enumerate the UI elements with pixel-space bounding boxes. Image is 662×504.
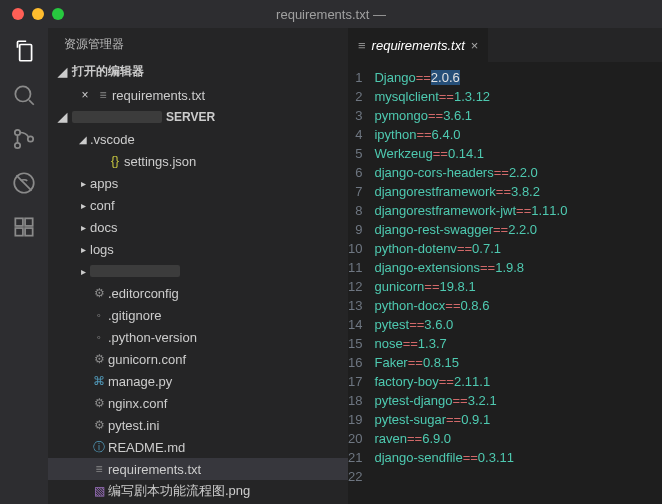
folder-item[interactable]: ▸apps [48,172,348,194]
code-line[interactable]: pymongo==3.6.1 [374,106,567,125]
file-item[interactable]: ⚙pytest.ini [48,414,348,436]
file-item[interactable]: ◦.python-version [48,326,348,348]
file-type-icon: ⚙ [90,352,108,366]
editor-group: ≡ requirements.txt × 1234567891011121314… [348,28,662,504]
window-zoom-button[interactable] [52,8,64,20]
file-item[interactable]: ◦.gitignore [48,304,348,326]
file-type-icon: ⚙ [90,396,108,410]
project-name-obscured [72,111,162,123]
code-area[interactable]: Django==2.0.6mysqlclient==1.3.12pymongo=… [374,62,567,504]
open-editors-section[interactable]: ◢打开的编辑器 [48,59,348,84]
code-line[interactable]: pytest-sugar==0.9.1 [374,410,567,429]
svg-rect-6 [15,228,23,236]
code-line[interactable]: django-sendfile==0.3.11 [374,448,567,467]
code-line[interactable]: djangorestframework-jwt==1.11.0 [374,201,567,220]
folder-item[interactable]: ▸logs [48,238,348,260]
open-editor-item[interactable]: ×≡requirements.txt [48,84,348,106]
folder-item[interactable]: ▸ [48,260,348,282]
editor[interactable]: 12345678910111213141516171819202122 Djan… [348,62,662,504]
folder-item[interactable]: ▸docs [48,216,348,238]
item-label: 编写剧本功能流程图.png [108,482,340,500]
svg-point-3 [28,136,33,141]
code-line[interactable]: Django==2.0.6 [374,68,567,87]
code-line[interactable]: django-cors-headers==2.2.0 [374,163,567,182]
open-editors-label: 打开的编辑器 [72,63,144,80]
code-line[interactable]: python-docx==0.8.6 [374,296,567,315]
line-number: 8 [348,201,362,220]
close-icon[interactable]: × [471,38,479,53]
chevron-icon: ▸ [76,200,90,211]
source-control-icon[interactable] [11,126,37,152]
explorer-title: 资源管理器 [48,28,348,59]
line-number: 9 [348,220,362,239]
code-line[interactable]: factory-boy==2.11.1 [374,372,567,391]
line-number: 21 [348,448,362,467]
explorer-icon[interactable] [11,38,37,64]
item-label: docs [90,220,340,235]
code-line[interactable]: djangorestframework==3.8.2 [374,182,567,201]
item-label: requirements.txt [108,462,340,477]
code-line[interactable]: Werkzeug==0.14.1 [374,144,567,163]
item-label: nginx.conf [108,396,340,411]
file-item[interactable]: ⓘREADME.md [48,436,348,458]
dirty-icon: × [76,88,94,102]
line-number: 10 [348,239,362,258]
chevron-icon: ▸ [76,178,90,189]
line-number: 18 [348,391,362,410]
code-line[interactable] [374,467,567,486]
tab-requirements[interactable]: ≡ requirements.txt × [348,28,489,62]
file-item[interactable]: ⌘manage.py [48,370,348,392]
code-line[interactable]: python-dotenv==0.7.1 [374,239,567,258]
file-item[interactable]: ⚙gunicorn.conf [48,348,348,370]
file-item[interactable]: ≡requirements.txt [48,458,348,480]
code-line[interactable]: mysqlclient==1.3.12 [374,87,567,106]
code-line[interactable]: gunicorn==19.8.1 [374,277,567,296]
extensions-icon[interactable] [11,214,37,240]
file-type-icon: {} [106,154,124,168]
code-line[interactable]: pytest-django==3.2.1 [374,391,567,410]
project-suffix: SERVER [166,110,215,124]
item-label: apps [90,176,340,191]
item-label: pytest.ini [108,418,340,433]
line-number: 17 [348,372,362,391]
line-number: 11 [348,258,362,277]
chevron-icon: ◢ [76,134,90,145]
item-label: conf [90,198,340,213]
file-item[interactable]: {}settings.json [48,150,348,172]
code-line[interactable]: ipython==6.4.0 [374,125,567,144]
file-type-icon: ▧ [90,484,108,498]
folder-item[interactable]: ▸conf [48,194,348,216]
code-line[interactable]: django-extensions==1.9.8 [374,258,567,277]
line-number: 4 [348,125,362,144]
code-line[interactable]: raven==6.9.0 [374,429,567,448]
tab-bar: ≡ requirements.txt × [348,28,662,62]
item-label: .python-version [108,330,340,345]
search-icon[interactable] [11,82,37,108]
svg-rect-7 [25,228,33,236]
code-line[interactable]: django-rest-swagger==2.2.0 [374,220,567,239]
file-type-icon: ⚙ [90,286,108,300]
svg-rect-8 [25,218,33,226]
file-item[interactable]: ▧编写剧本功能流程图.png [48,480,348,502]
activity-bar [0,28,48,504]
code-line[interactable]: nose==1.3.7 [374,334,567,353]
file-icon: ≡ [358,38,366,53]
file-label: requirements.txt [112,88,340,103]
debug-icon[interactable] [11,170,37,196]
file-item[interactable]: ⚙.editorconfig [48,282,348,304]
line-number: 20 [348,429,362,448]
window-close-button[interactable] [12,8,24,20]
file-type-icon: ⓘ [90,439,108,456]
folder-item[interactable]: ◢.vscode [48,128,348,150]
line-number: 3 [348,106,362,125]
code-line[interactable]: pytest==3.6.0 [374,315,567,334]
line-number: 19 [348,410,362,429]
item-label: .editorconfig [108,286,340,301]
project-section[interactable]: ◢SERVER [48,106,348,128]
file-type-icon: ⚙ [90,418,108,432]
item-label: .gitignore [108,308,340,323]
file-item[interactable]: ⚙nginx.conf [48,392,348,414]
window-minimize-button[interactable] [32,8,44,20]
code-line[interactable]: Faker==0.8.15 [374,353,567,372]
chevron-icon: ▸ [76,222,90,233]
